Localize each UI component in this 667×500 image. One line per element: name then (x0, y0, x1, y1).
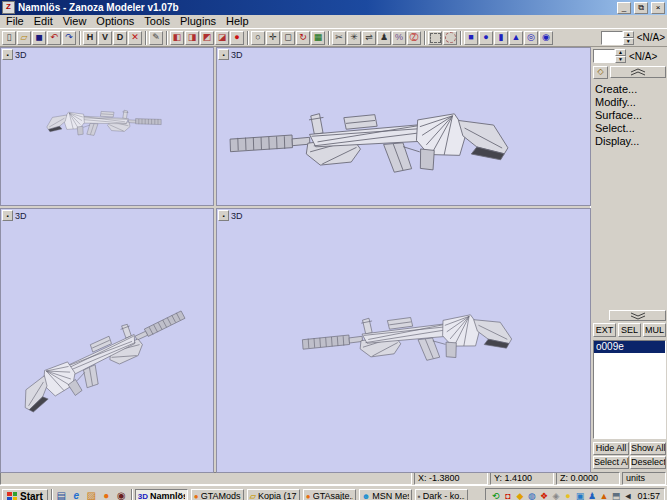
task-gtamods[interactable]: ●GTAMods... (191, 489, 244, 500)
create-box-button[interactable]: ■ (464, 31, 478, 45)
antivirus-tray-icon[interactable]: ❖ (538, 490, 549, 500)
zoom-button[interactable]: ○ (251, 31, 265, 45)
restore-button[interactable]: ⧉ (634, 2, 648, 14)
volume-tray-icon[interactable]: ◄ (622, 490, 633, 500)
panel-menu-display[interactable]: Display... (593, 135, 666, 148)
mail-app-icon[interactable]: ▨ (85, 490, 98, 500)
title-bar[interactable]: Z Namnlös - Zanoza Modeler v1.07b _ ⧉ × (0, 0, 667, 15)
axes-button[interactable]: ✕ (128, 31, 142, 45)
hide-all-button[interactable]: Hide All (593, 442, 629, 455)
create-cone-button[interactable]: ▲ (509, 31, 523, 45)
menu-plugins[interactable]: Plugins (175, 15, 221, 28)
create-geosphere-button[interactable]: ◉ (539, 31, 553, 45)
show-desktop-icon[interactable]: ▤ (55, 490, 68, 500)
task-zmodeler[interactable]: 3DNamnlös... (135, 489, 188, 500)
lock-tray-icon[interactable]: ● (562, 490, 573, 500)
rotate-view-button[interactable]: ↻ (296, 31, 310, 45)
ati-tray-icon[interactable]: ◘ (502, 490, 513, 500)
background-image-button[interactable]: ▦ (311, 31, 325, 45)
mode-mul-button[interactable]: MUL (643, 323, 666, 337)
path-tool-button[interactable]: ✎ (149, 31, 163, 45)
media-player-icon[interactable]: ◉ (115, 490, 128, 500)
export-button[interactable]: ↷ (62, 31, 76, 45)
firefox-icon[interactable]: ● (100, 490, 113, 500)
menu-tools[interactable]: Tools (139, 15, 175, 28)
toolbar-spinner-value[interactable] (601, 31, 623, 45)
tweak-tray-icon[interactable]: ◆ (514, 490, 525, 500)
panel-toggle-button[interactable]: ◇ (593, 66, 608, 79)
diagonal-view-button[interactable]: D (113, 31, 127, 45)
horizontal-view-button[interactable]: H (83, 31, 97, 45)
flip-button[interactable]: ⇌ (362, 31, 376, 45)
task-dark[interactable]: ▪Dark - ko... (415, 489, 468, 500)
create-sphere-button[interactable]: ● (479, 31, 493, 45)
panel-spinner-up-button[interactable]: ▲ (615, 49, 626, 56)
menu-help[interactable]: Help (221, 15, 254, 28)
viewport-3d-2[interactable]: ▪3D (216, 47, 591, 206)
menu-edit[interactable]: Edit (29, 15, 58, 28)
object-list[interactable]: o009e (593, 340, 666, 439)
display-tray-icon[interactable]: ⬒ (610, 490, 621, 500)
close-button[interactable]: × (651, 2, 665, 14)
panel-menu-select[interactable]: Select... (593, 122, 666, 135)
task-gtasajte[interactable]: ●GTAsajte... (303, 489, 356, 500)
object-list-item[interactable]: o009e (594, 341, 665, 353)
minimize-button[interactable]: _ (617, 2, 631, 14)
select-rectangle-button[interactable] (428, 31, 442, 45)
viewport-3d-1[interactable]: ▪3D (0, 47, 214, 206)
viewport-3d-3[interactable]: ▪3D (0, 208, 214, 473)
view-solid-button[interactable]: ◨ (185, 31, 199, 45)
render-button[interactable]: ● (230, 31, 244, 45)
disk-tray-icon[interactable]: ◈ (550, 490, 561, 500)
updates-tray-icon[interactable]: ▣ (574, 490, 585, 500)
viewport-menu-button[interactable]: ▪ (2, 49, 13, 60)
create-torus-button[interactable]: ◎ (524, 31, 538, 45)
alert-tray-icon[interactable]: ▲ (598, 490, 609, 500)
panel-menu-create[interactable]: Create... (593, 83, 666, 96)
internet-explorer-icon[interactable]: e (70, 490, 83, 500)
viewport-3d-4[interactable]: ▪3D (216, 208, 591, 473)
new-file-button[interactable]: ▯ (2, 31, 16, 45)
task-kopia[interactable]: ▱Kopia (17... (247, 489, 300, 500)
show-all-button[interactable]: Show All (630, 442, 666, 455)
menu-options[interactable]: Options (91, 15, 139, 28)
panel-spinner-value[interactable] (593, 49, 615, 63)
create-cylinder-button[interactable]: ▮ (494, 31, 508, 45)
import-button[interactable]: ↶ (47, 31, 61, 45)
task-msn[interactable]: ☻MSN Mes... (359, 489, 412, 500)
panel-menu-modify[interactable]: Modify... (593, 96, 666, 109)
percent-tool-button[interactable]: % (392, 31, 406, 45)
cut-button[interactable]: ✂ (332, 31, 346, 45)
open-file-button[interactable]: ▱ (17, 31, 31, 45)
vertical-view-button[interactable]: V (98, 31, 112, 45)
menu-file[interactable]: File (1, 15, 29, 28)
figure-scale-button[interactable]: ♟ (377, 31, 391, 45)
start-button[interactable]: Start (2, 489, 48, 500)
sync-tray-icon[interactable]: ⟲ (490, 490, 501, 500)
pan-button[interactable]: ✛ (266, 31, 280, 45)
z-buffer-button[interactable]: Ⓩ (407, 31, 421, 45)
viewport-menu-button[interactable]: ▪ (218, 210, 229, 221)
viewport-menu-button[interactable]: ▪ (2, 210, 13, 221)
toolbar-spinner-up-button[interactable]: ▲ (623, 31, 634, 38)
rollup-button[interactable] (610, 66, 666, 78)
menu-view[interactable]: View (58, 15, 92, 28)
view-wireframe-button[interactable]: ◧ (170, 31, 184, 45)
panel-menu-surface[interactable]: Surface... (593, 109, 666, 122)
save-file-button[interactable]: ◼ (32, 31, 46, 45)
mode-sel-button[interactable]: SEL (618, 323, 641, 337)
object-mode-button[interactable]: ◻ (281, 31, 295, 45)
deselect-button[interactable]: Deselect (630, 456, 666, 469)
rolldown-button[interactable] (609, 310, 666, 321)
viewport-menu-button[interactable]: ▪ (218, 49, 229, 60)
select-circle-button[interactable] (443, 31, 457, 45)
panel-spinner-down-button[interactable]: ▼ (615, 56, 626, 63)
view-textured-button[interactable]: ◩ (200, 31, 214, 45)
network-tray-icon[interactable]: ◍ (526, 490, 537, 500)
mode-ext-button[interactable]: EXT (593, 323, 616, 337)
mirror-button[interactable]: ✳ (347, 31, 361, 45)
messenger-tray-icon[interactable]: ♟ (586, 490, 597, 500)
select-all-button[interactable]: Select All (593, 456, 629, 469)
view-flat-button[interactable]: ◪ (215, 31, 229, 45)
toolbar-spinner-down-button[interactable]: ▼ (623, 38, 634, 45)
